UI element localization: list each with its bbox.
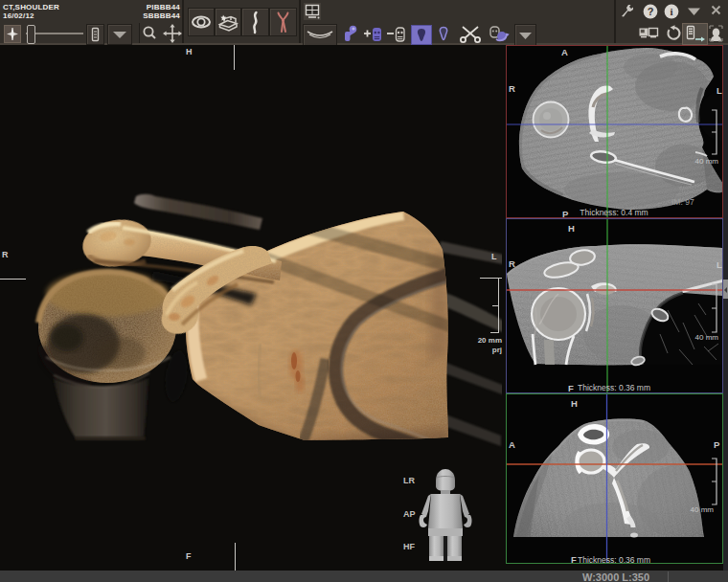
svg-text:?: ?	[648, 6, 654, 17]
svg-text:F: F	[568, 383, 574, 392]
svg-text:H: H	[571, 398, 578, 409]
svg-text:P: P	[714, 439, 720, 450]
svg-text:Thickness: 0.4 mm: Thickness: 0.4 mm	[580, 208, 648, 217]
svg-text:A: A	[561, 47, 568, 57]
svg-text:IM: 97: IM: 97	[671, 197, 694, 207]
svg-text:R: R	[509, 258, 515, 269]
svg-text:P: P	[562, 209, 569, 217]
svg-text:H: H	[568, 223, 575, 234]
svg-text:Thickness: 0.36 mm: Thickness: 0.36 mm	[578, 383, 650, 392]
svg-text:F: F	[571, 554, 577, 563]
svg-text:R: R	[509, 83, 515, 94]
svg-text:i: i	[670, 6, 672, 17]
svg-text:A: A	[509, 439, 515, 450]
svg-text:L: L	[717, 85, 722, 96]
svg-text:40 mm: 40 mm	[691, 505, 715, 514]
svg-text:40 mm: 40 mm	[695, 157, 719, 166]
svg-text:Thickness: 0.36 mm: Thickness: 0.36 mm	[578, 555, 650, 563]
svg-text:40 mm: 40 mm	[695, 333, 719, 342]
svg-text:L: L	[717, 259, 722, 270]
